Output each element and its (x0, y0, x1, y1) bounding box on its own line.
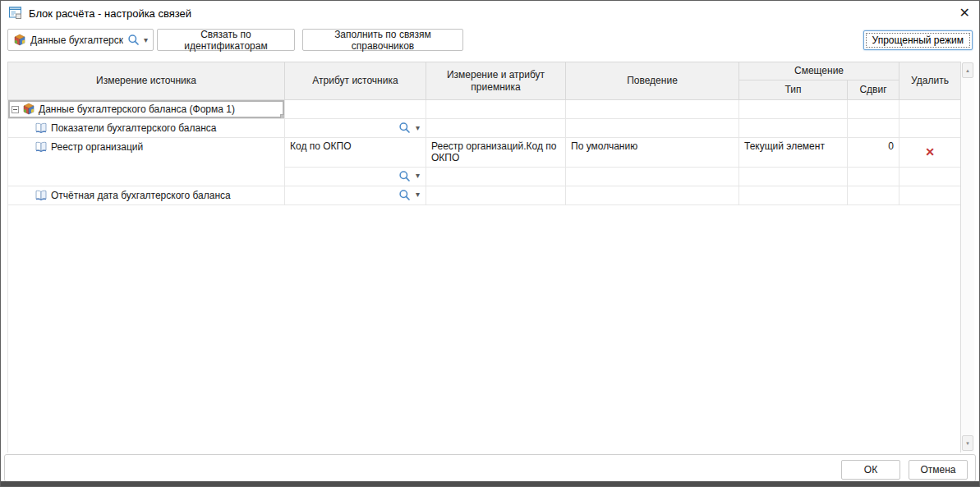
cell-offset-shift[interactable] (848, 100, 899, 119)
toolbar: Данные бухгалтерског ▾ Связать по иденти… (1, 28, 979, 53)
cell-offset-shift[interactable]: 0 (848, 138, 899, 168)
cell-source-dimension[interactable]: Реестр организаций (8, 138, 285, 186)
table-row: Показатели бухгалтерского баланса ▾ (8, 119, 961, 138)
links-grid: Измерение источника Атрибут источника Из… (7, 62, 960, 453)
header-behavior: Поведение (566, 62, 739, 100)
cancel-button[interactable]: Отмена (909, 460, 968, 480)
row-dimension-label: Реестр организаций (51, 141, 143, 153)
header-offset-type: Тип (739, 80, 848, 100)
cell-source-attribute[interactable] (285, 100, 426, 119)
header-source-attribute: Атрибут источника (285, 62, 426, 100)
header-delete: Удалить (899, 62, 961, 100)
cell-source-dimension[interactable]: Данные бухгалтерского баланса (Форма 1) (8, 100, 285, 119)
title-bar: Блок расчёта - настройка связей ✕ (1, 1, 979, 25)
cell-source-dimension[interactable]: Показатели бухгалтерского баланса (8, 119, 285, 138)
cube-icon (13, 34, 26, 47)
cell-delete[interactable] (899, 167, 961, 186)
window-title: Блок расчёта - настройка связей (29, 7, 191, 20)
cell-behavior[interactable] (566, 119, 739, 138)
cell-behavior[interactable] (566, 167, 739, 186)
search-icon[interactable] (398, 189, 411, 201)
cell-target[interactable] (426, 119, 566, 138)
cell-source-attribute[interactable]: Код по ОКПО (285, 138, 426, 168)
header-offset-shift: Сдвиг (848, 80, 899, 100)
open-book-icon (35, 122, 48, 135)
chevron-down-icon[interactable]: ▾ (144, 36, 148, 44)
cell-source-dimension[interactable]: Отчётная дата бухгалтерского баланса (8, 186, 285, 204)
header-source-dimension: Измерение источника (8, 62, 285, 100)
cell-behavior[interactable]: По умолчанию (566, 138, 739, 168)
dialog-window: Блок расчёта - настройка связей ✕ Данные… (0, 0, 980, 487)
cell-target[interactable] (426, 100, 566, 119)
cell-source-attribute[interactable]: ▾ (285, 167, 426, 186)
cell-offset-type[interactable] (739, 100, 848, 119)
row-dimension-label: Данные бухгалтерского баланса (Форма 1) (39, 103, 235, 115)
scroll-down-icon[interactable]: ▼ (962, 435, 973, 451)
cube-icon (22, 103, 35, 116)
row-dimension-label: Показатели бухгалтерского баланса (51, 122, 216, 134)
cell-offset-shift[interactable] (848, 167, 899, 186)
cell-behavior[interactable] (566, 186, 739, 204)
fill-by-dictionary-links-button[interactable]: Заполнить по связям справочников (302, 29, 463, 51)
open-book-icon (35, 140, 48, 154)
cell-delete[interactable] (899, 186, 961, 204)
search-icon[interactable] (398, 122, 411, 134)
table-row: Реестр организаций Код по ОКПО Реестр ор… (8, 138, 961, 168)
source-combo-value: Данные бухгалтерског (30, 34, 123, 46)
cell-offset-shift[interactable] (848, 186, 899, 204)
chevron-down-icon[interactable]: ▾ (416, 172, 420, 180)
cell-source-attribute[interactable]: ▾ (285, 119, 426, 138)
cell-target[interactable]: Реестр организаций.Код по ОКПО (426, 138, 566, 168)
cell-offset-type[interactable] (739, 167, 848, 186)
simplified-mode-button[interactable]: Упрощенный режим (863, 30, 973, 50)
grid-left-border (7, 200, 8, 453)
form-window-icon (9, 7, 22, 20)
row-dimension-label: Отчётная дата бухгалтерского баланса (51, 190, 231, 201)
chevron-down-icon[interactable]: ▾ (416, 191, 420, 199)
header-target-dim-attr: Измерение и атрибут приемника (426, 62, 566, 100)
ok-button[interactable]: ОК (841, 460, 900, 480)
search-icon[interactable] (127, 34, 140, 46)
cell-offset-shift[interactable] (848, 119, 899, 138)
cell-delete: ✕ (899, 138, 961, 168)
cell-source-attribute[interactable]: ▾ (285, 186, 426, 204)
source-selector-combo[interactable]: Данные бухгалтерског ▾ (7, 29, 154, 51)
tree-collapse-icon[interactable] (12, 106, 19, 113)
cell-delete[interactable] (899, 100, 961, 119)
chevron-down-icon[interactable]: ▾ (416, 124, 420, 132)
cell-delete[interactable] (899, 119, 961, 138)
cell-target[interactable] (426, 167, 566, 186)
close-icon[interactable]: ✕ (959, 5, 970, 21)
footer-panel: ОК Отмена (4, 454, 976, 482)
cell-behavior[interactable] (566, 100, 739, 119)
table-row: Данные бухгалтерского баланса (Форма 1) (8, 100, 961, 119)
table-row: Отчётная дата бухгалтерского баланса ▾ (8, 186, 961, 204)
link-by-identifiers-button[interactable]: Связать по идентификаторам (157, 29, 295, 51)
window-bottom-edge (1, 481, 979, 486)
links-table: Измерение источника Атрибут источника Из… (7, 62, 961, 205)
scroll-up-icon[interactable]: ▲ (962, 62, 973, 78)
search-icon[interactable] (398, 170, 411, 182)
delete-link-icon[interactable]: ✕ (925, 145, 935, 159)
cell-target[interactable] (426, 186, 566, 204)
open-book-icon (35, 189, 48, 202)
vertical-scrollbar[interactable]: ▲ ▼ (960, 62, 974, 453)
cell-offset-type[interactable] (739, 119, 848, 138)
cell-offset-type[interactable]: Текущий элемент (739, 138, 848, 168)
cell-offset-type[interactable] (739, 186, 848, 204)
header-offset: Смещение (739, 62, 899, 80)
